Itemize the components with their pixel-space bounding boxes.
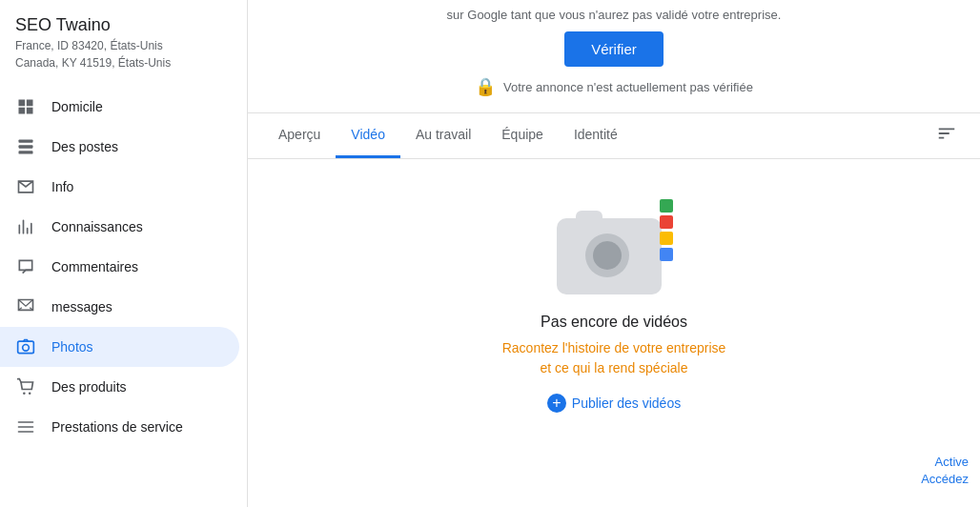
- posts-icon: [15, 136, 36, 157]
- not-verified-notice: 🔒 Votre annonce n'est actuellement pas v…: [475, 76, 753, 97]
- sidebar-item-prestations[interactable]: Prestations de service: [0, 407, 239, 447]
- sidebar-label-des-produits: Des produits: [51, 379, 127, 395]
- svg-rect-1: [19, 145, 33, 148]
- chart-icon: [15, 216, 36, 237]
- grid-icon: [15, 96, 36, 117]
- color-bar-yellow: [660, 232, 673, 245]
- sidebar-item-messages[interactable]: messages: [0, 287, 239, 327]
- sidebar-header: SEO Twaino France, ID 83420, États-Unis …: [0, 0, 247, 79]
- video-empty-state: Pas encore de vidéos Racontez l'histoire…: [248, 159, 980, 436]
- plus-icon: +: [547, 394, 566, 413]
- sidebar-label-domicile: Domicile: [51, 99, 103, 114]
- sidebar-item-connaissances[interactable]: Connaissances: [0, 207, 239, 247]
- accede-label: Accédez: [921, 471, 969, 488]
- sidebar-label-messages: messages: [51, 299, 112, 314]
- sidebar: SEO Twaino France, ID 83420, États-Unis …: [0, 0, 248, 507]
- color-bar-green: [660, 199, 673, 213]
- empty-subtitle: Racontez l'histoire de votre entreprise …: [502, 338, 726, 378]
- active-label: Active: [921, 454, 969, 471]
- verify-button[interactable]: Vérifier: [564, 31, 664, 67]
- sidebar-label-photos: Photos: [51, 339, 93, 355]
- top-banner: sur Google tant que vous n'aurez pas val…: [248, 0, 980, 113]
- sidebar-item-info[interactable]: Info: [0, 167, 239, 207]
- svg-rect-2: [19, 151, 33, 153]
- info-icon: [15, 176, 36, 197]
- sidebar-label-info: Info: [51, 179, 73, 194]
- sidebar-item-des-postes[interactable]: Des postes: [0, 127, 239, 167]
- empty-subtitle-line1: Racontez l'histoire de votre entreprise: [502, 340, 726, 355]
- svg-rect-0: [19, 140, 33, 143]
- publish-button-label: Publier des vidéos: [572, 395, 681, 411]
- camera-body: [557, 218, 662, 294]
- comment-icon: [15, 256, 36, 277]
- sidebar-label-commentaires: Commentaires: [51, 259, 138, 274]
- camera-illustration: [547, 190, 681, 294]
- tab-video[interactable]: Vidéo: [336, 113, 400, 158]
- sidebar-label-des-postes: Des postes: [51, 139, 118, 154]
- empty-title: Pas encore de vidéos: [541, 314, 687, 331]
- active-accede-panel[interactable]: Active Accédez: [909, 446, 980, 496]
- sidebar-item-commentaires[interactable]: Commentaires: [0, 247, 239, 287]
- tab-identite[interactable]: Identité: [559, 113, 633, 158]
- sidebar-item-des-produits[interactable]: Des produits: [0, 367, 239, 407]
- not-verified-text: Votre annonce n'est actuellement pas vér…: [503, 80, 753, 94]
- list-icon: [15, 416, 36, 437]
- sidebar-label-prestations: Prestations de service: [51, 419, 183, 435]
- tab-apercu[interactable]: Aperçu: [263, 113, 336, 158]
- tab-au-travail[interactable]: Au travail: [400, 113, 486, 158]
- publish-videos-button[interactable]: + Publier des vidéos: [547, 394, 681, 413]
- camera-lens-inner: [593, 241, 622, 270]
- lock-icon: 🔒: [475, 76, 496, 97]
- sidebar-item-photos[interactable]: Photos: [0, 327, 239, 367]
- svg-point-6: [29, 392, 31, 395]
- sidebar-label-connaissances: Connaissances: [51, 219, 143, 234]
- svg-point-5: [23, 392, 25, 395]
- sidebar-subtitle-line2: Canada, KY 41519, États-Unis: [15, 56, 171, 70]
- top-banner-text: sur Google tant que vous n'aurez pas val…: [447, 8, 782, 22]
- color-bar-red: [660, 215, 673, 229]
- basket-icon: [15, 376, 36, 397]
- sort-icon[interactable]: [929, 115, 965, 156]
- sidebar-item-domicile[interactable]: Domicile: [0, 87, 239, 127]
- photo-icon: [15, 336, 36, 357]
- svg-point-4: [23, 345, 30, 352]
- color-bar-blue: [660, 248, 673, 261]
- color-bars: [660, 199, 673, 261]
- tabs-bar: Aperçu Vidéo Au travail Équipe Identité: [248, 113, 980, 159]
- message-icon: [15, 296, 36, 317]
- sidebar-subtitle-line1: France, ID 83420, États-Unis: [15, 39, 163, 52]
- sidebar-nav: Domicile Des postes Info Connaissances: [0, 87, 247, 447]
- empty-subtitle-line2: et ce qui la rend spéciale: [541, 360, 688, 375]
- main-content: sur Google tant que vous n'aurez pas val…: [248, 0, 980, 507]
- tab-equipe[interactable]: Équipe: [486, 113, 559, 158]
- sidebar-subtitle: France, ID 83420, États-Unis Canada, KY …: [15, 37, 232, 71]
- camera-lens: [585, 233, 629, 277]
- sidebar-title: SEO Twaino: [15, 15, 232, 35]
